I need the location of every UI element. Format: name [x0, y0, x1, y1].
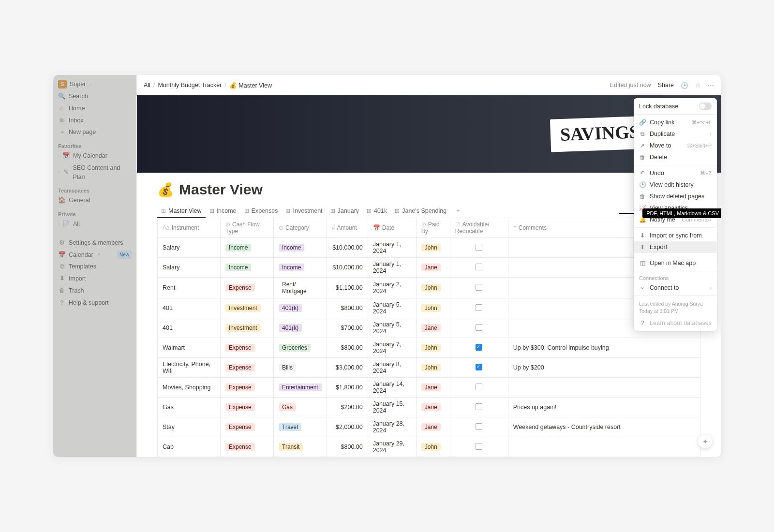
cell-date[interactable]: January 1, 2024	[368, 258, 416, 278]
cell-date[interactable]: January 5, 2024	[368, 298, 416, 318]
cell-date[interactable]: January 2, 2024	[368, 278, 416, 298]
col-avoidable[interactable]: ☑Avoidable/ Reducable	[450, 218, 508, 238]
cell-cft[interactable]: Expense	[221, 338, 274, 358]
cell-cft[interactable]: Expense	[221, 437, 274, 457]
cell-avoidable[interactable]	[450, 258, 508, 278]
cell-instrument[interactable]: Walmart	[158, 338, 221, 358]
ai-fab[interactable]: ✦	[699, 435, 712, 448]
cell-amount[interactable]: $800.00	[327, 338, 368, 358]
add-view-button[interactable]: +	[452, 205, 463, 218]
cell-paidby[interactable]: Jane	[416, 258, 450, 278]
col-instrument[interactable]: AaInstrument	[158, 218, 221, 238]
cell-amount[interactable]: $10,000.00	[327, 258, 368, 278]
cell-comment[interactable]: Up by $300! Control impulse buying	[508, 338, 700, 358]
cell-avoidable[interactable]	[450, 338, 508, 358]
cell-comment[interactable]	[508, 437, 700, 457]
cell-amount[interactable]: $1,100.00	[327, 278, 368, 298]
cell-avoidable[interactable]	[450, 318, 508, 338]
cell-amount[interactable]: $10,000.00	[327, 238, 368, 258]
col-amount[interactable]: #Amount	[327, 218, 368, 238]
cell-amount[interactable]: $200.00	[327, 398, 368, 417]
checkbox-icon[interactable]	[476, 264, 482, 270]
checkbox-icon[interactable]	[476, 443, 482, 450]
cell-date[interactable]: January 14, 2024	[368, 378, 416, 398]
tab-jane-s-spending[interactable]: ⊞Jane's Spending	[391, 205, 450, 218]
cell-amount[interactable]: $2,000.00	[327, 417, 368, 437]
cell-amount[interactable]: $300.00	[327, 457, 368, 458]
cell-category[interactable]: Transit	[274, 437, 327, 457]
col-category[interactable]: ⊙Category	[274, 218, 327, 238]
crumb-tracker[interactable]: Monthly Budget Tracker	[158, 82, 222, 89]
open-mac-app-item[interactable]: ◫ Open in Mac app	[634, 257, 717, 269]
cell-paidby[interactable]: Jane	[416, 318, 450, 338]
cell-instrument[interactable]: Electricity, Phone, Wifi	[158, 358, 221, 378]
cell-paidby[interactable]: Jane	[416, 417, 450, 437]
page-title-text[interactable]: Master View	[179, 181, 263, 198]
table-row[interactable]: 401 Investment 401(k) $800.00 January 5,…	[158, 298, 700, 318]
cell-cft[interactable]: Investment	[221, 298, 274, 318]
more-icon[interactable]: ⋯	[708, 82, 714, 89]
cell-cft[interactable]: Expense	[221, 398, 274, 417]
cell-category[interactable]: Travel	[274, 417, 327, 437]
cell-category[interactable]: Gas	[274, 398, 327, 417]
cell-avoidable[interactable]	[450, 417, 508, 437]
cell-comment[interactable]: MSFT Dividents - 0.75%	[508, 457, 700, 458]
cell-paidby[interactable]: John	[416, 238, 450, 258]
cell-category[interactable]: Entertainment	[274, 378, 327, 398]
table-row[interactable]: Salary Income Income $10,000.00 January …	[158, 258, 700, 278]
table-row[interactable]: Gas Expense Gas $200.00 January 15, 2024…	[158, 398, 700, 417]
cell-date[interactable]: January 1, 2024	[368, 238, 416, 258]
share-button[interactable]: Share	[658, 82, 674, 89]
table-row[interactable]: Cab Expense Transit $800.00 January 29, …	[158, 437, 700, 457]
menu-view-edit-history[interactable]: 🕒 View edit history	[634, 179, 717, 191]
cell-instrument[interactable]: 401	[158, 298, 221, 318]
table-row[interactable]: 401 Investment 401(k) $700.00 January 5,…	[158, 318, 700, 338]
table-row[interactable]: Electricity, Phone, Wifi Expense Bills $…	[158, 358, 700, 378]
cell-date[interactable]: January 7, 2024	[368, 338, 416, 358]
cell-instrument[interactable]: Rent	[158, 278, 221, 298]
cell-category[interactable]: Groceries	[274, 338, 327, 358]
cell-instrument[interactable]: Movies, Shopping	[158, 378, 221, 398]
cell-category[interactable]: 401(k)	[274, 298, 327, 318]
table-row[interactable]: Walmart Expense Groceries $800.00 Januar…	[158, 338, 700, 358]
checkbox-icon[interactable]	[476, 403, 482, 410]
cell-paidby[interactable]: Jane	[416, 378, 450, 398]
cell-date[interactable]: January 5, 2024	[368, 318, 416, 338]
checkbox-icon[interactable]	[476, 344, 482, 351]
cell-avoidable[interactable]	[450, 278, 508, 298]
cell-amount[interactable]: $3,000.00	[327, 358, 368, 378]
cell-category[interactable]: Rent/ Mortgage	[274, 278, 327, 298]
cell-cft[interactable]: Income	[221, 457, 274, 458]
menu-duplicate[interactable]: ⧉ Duplicate ›	[634, 128, 717, 140]
menu-copy-link[interactable]: 🔗 Copy link ⌘+⌥+L	[634, 117, 717, 128]
cell-comment[interactable]: Weekend getaways - Countryside resort	[508, 417, 700, 437]
checkbox-icon[interactable]	[476, 284, 482, 291]
cell-cft[interactable]: Expense	[221, 358, 274, 378]
menu-export[interactable]: ⬆ Export	[634, 241, 717, 253]
cell-instrument[interactable]: Stay	[158, 417, 221, 437]
cell-instrument[interactable]: Salary	[158, 258, 221, 278]
cell-amount[interactable]: $800.00	[327, 437, 368, 457]
checkbox-icon[interactable]	[476, 324, 482, 331]
crumb-page[interactable]: 💰 Master View	[229, 82, 272, 89]
menu-import-or-sync-from[interactable]: ⬇ Import or sync from	[634, 230, 717, 241]
tab-401k[interactable]: ⊞401k	[363, 205, 391, 218]
col-paidby[interactable]: ⊙Paid By	[416, 218, 450, 238]
cell-date[interactable]: January 28, 2024	[368, 417, 416, 437]
cell-date[interactable]: January 8, 2024	[368, 358, 416, 378]
cell-instrument[interactable]: Salary	[158, 238, 221, 258]
cell-amount[interactable]: $700.00	[327, 318, 368, 338]
cell-cft[interactable]: Expense	[221, 378, 274, 398]
cell-paidby[interactable]: John	[416, 358, 450, 378]
cell-amount[interactable]: $1,800.00	[327, 378, 368, 398]
cell-cft[interactable]: Income	[221, 258, 274, 278]
cell-avoidable[interactable]	[450, 238, 508, 258]
menu-move-to[interactable]: ➚ Move to ⌘+Shift+P	[634, 140, 717, 151]
cell-cft[interactable]: Investment	[221, 318, 274, 338]
updates-icon[interactable]: 🕒	[681, 82, 688, 89]
menu-delete[interactable]: 🗑 Delete	[634, 151, 717, 163]
favorite-icon[interactable]: ☆	[695, 82, 701, 89]
cell-date[interactable]: January 15, 2024	[368, 398, 416, 417]
table-row[interactable]: Movies, Shopping Expense Entertainment $…	[158, 378, 700, 398]
cell-instrument[interactable]: 401	[158, 318, 221, 338]
